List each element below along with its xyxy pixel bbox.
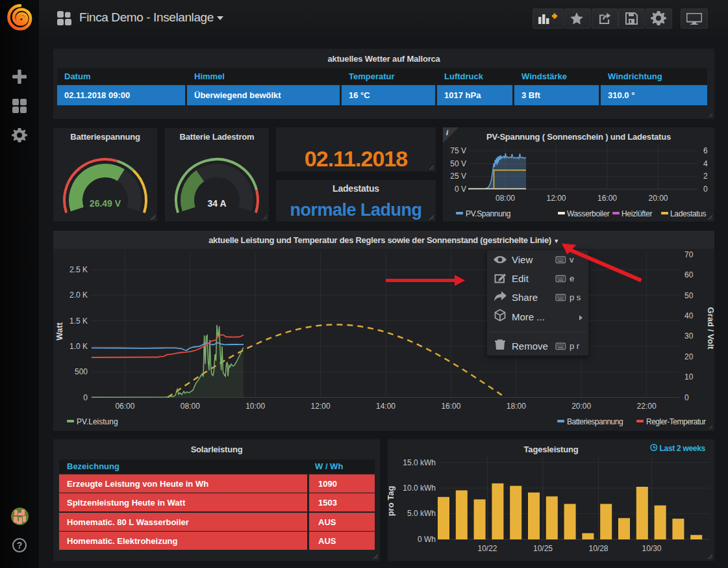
svg-text:Share: Share (512, 292, 538, 303)
svg-text:Remove: Remove (512, 341, 548, 352)
svg-text:25 V: 25 V (450, 172, 466, 181)
svg-text:Wasserboiler: Wasserboiler (567, 209, 610, 218)
svg-text:10.0 kWh: 10.0 kWh (403, 484, 436, 493)
svg-text:v: v (570, 255, 574, 265)
svg-text:PV.Spannung: PV.Spannung (466, 209, 510, 218)
svg-text:6: 6 (703, 146, 708, 155)
svg-text:500: 500 (75, 367, 88, 376)
svg-text:16:00: 16:00 (597, 194, 617, 203)
svg-text:14:00: 14:00 (376, 402, 395, 411)
svg-text:26.49 V: 26.49 V (90, 198, 121, 209)
svg-text:Heizlüfter: Heizlüfter (621, 209, 653, 218)
svg-text:1.5 K: 1.5 K (69, 316, 88, 326)
svg-text:10/22: 10/22 (477, 544, 497, 553)
svg-text:2.0 K: 2.0 K (69, 290, 88, 300)
svg-text:40: 40 (684, 311, 694, 320)
svg-text:p r: p r (570, 341, 580, 351)
svg-text:10/25: 10/25 (533, 544, 553, 553)
svg-text:10/28: 10/28 (588, 544, 608, 553)
svg-text:Grad / Volt: Grad / Volt (706, 307, 714, 350)
svg-text:50: 50 (684, 291, 694, 300)
svg-text:0: 0 (83, 393, 88, 402)
svg-text:pro Tag: pro Tag (388, 486, 395, 517)
svg-text:12:00: 12:00 (311, 402, 331, 411)
svg-text:Ladestatus: Ladestatus (670, 209, 707, 218)
svg-text:20: 20 (684, 352, 694, 361)
svg-text:2: 2 (703, 172, 708, 181)
svg-text:1.0 K: 1.0 K (69, 342, 88, 351)
svg-text:20:00: 20:00 (571, 402, 591, 411)
svg-text:16:00: 16:00 (441, 402, 460, 411)
svg-text:Edit: Edit (512, 273, 529, 284)
svg-text:0: 0 (703, 185, 708, 194)
svg-text:15.0 kWh: 15.0 kWh (403, 458, 436, 467)
svg-text:12:00: 12:00 (546, 194, 566, 203)
svg-text:22:00: 22:00 (637, 402, 657, 411)
svg-text:10/30: 10/30 (642, 544, 661, 553)
svg-text:75 V: 75 V (450, 146, 466, 155)
svg-text:4: 4 (703, 159, 708, 168)
svg-text:34 A: 34 A (207, 198, 226, 209)
svg-text:p s: p s (570, 292, 581, 302)
svg-text:08:00: 08:00 (181, 402, 200, 411)
svg-text:20:00: 20:00 (648, 194, 668, 203)
svg-text:Watt: Watt (55, 322, 64, 340)
svg-text:Batteriespannung: Batteriespannung (567, 417, 623, 426)
svg-text:e: e (570, 274, 574, 283)
svg-text:More ...: More ... (512, 311, 545, 322)
svg-text:Last 2 weeks: Last 2 weeks (660, 444, 706, 453)
svg-text:18:00: 18:00 (507, 402, 526, 411)
svg-text:08:00: 08:00 (496, 194, 515, 203)
svg-text:View: View (512, 254, 533, 265)
svg-text:2.5 K: 2.5 K (69, 265, 88, 274)
svg-text:10: 10 (684, 372, 694, 381)
svg-text:30: 30 (684, 331, 694, 341)
svg-text:PV.Leistung: PV.Leistung (77, 417, 118, 426)
svg-text:10:00: 10:00 (245, 402, 265, 411)
svg-text:Regler-Temperatur: Regler-Temperatur (646, 417, 706, 426)
svg-text:0: 0 (684, 393, 689, 402)
svg-text:50 V: 50 V (450, 159, 466, 168)
svg-text:5.0 kWh: 5.0 kWh (407, 509, 436, 518)
svg-text:60: 60 (684, 270, 694, 279)
svg-text:0 V: 0 V (455, 185, 466, 194)
svg-text:06:00: 06:00 (115, 402, 134, 411)
svg-text:0 Wh: 0 Wh (418, 535, 436, 544)
svg-text:70: 70 (684, 250, 694, 259)
